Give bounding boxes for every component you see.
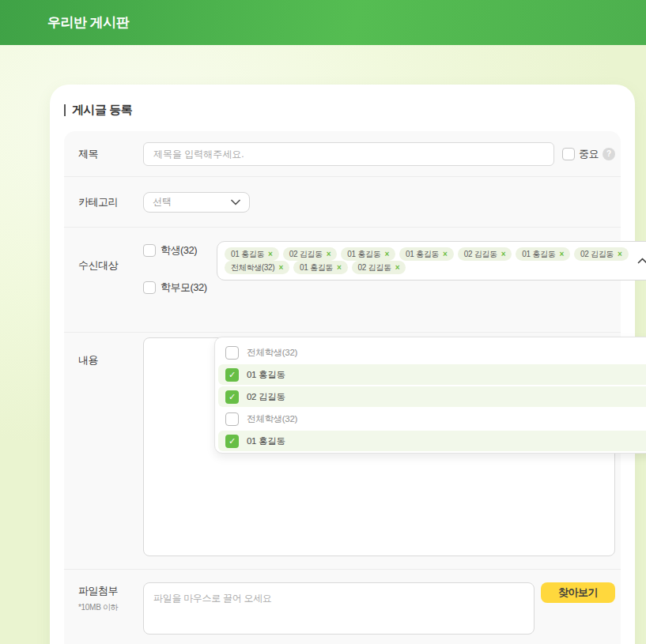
dropdown-option[interactable]: ✓ 01 홍길동 xyxy=(218,431,646,451)
recipient-chip[interactable]: 02 김길동× xyxy=(458,247,512,261)
chip-label: 01 홍길동 xyxy=(347,249,380,260)
chip-label: 전체학생(32) xyxy=(231,262,274,273)
chip-label: 02 김길동 xyxy=(464,249,497,260)
file-row: 파일첨부 *10MB 이하 파일을 마우스로 끌어 오세요 찾아보기 xyxy=(64,570,621,644)
recipient-chip[interactable]: 02 김길동× xyxy=(352,261,406,274)
students-checkbox[interactable] xyxy=(143,244,156,257)
group-parents[interactable]: 학부모(32) xyxy=(143,281,217,295)
group-students[interactable]: 학생(32) xyxy=(143,243,217,258)
chip-remove-icon[interactable]: × xyxy=(443,250,448,258)
recipient-chip[interactable]: 전체학생(32)× xyxy=(225,261,289,274)
chip-label: 01 홍길동 xyxy=(300,262,333,273)
chevron-up-icon[interactable] xyxy=(637,258,646,265)
dropzone-placeholder: 파일을 마우스로 끌어 오세요 xyxy=(153,593,272,604)
content-label: 내용 xyxy=(78,333,143,569)
option-label: 전체학생(32) xyxy=(247,347,297,359)
recipients-label: 수신대상 xyxy=(78,228,143,332)
recipients-dropdown: 전체학생(32) ✓ 01 홍길동 ✓ 02 김길동 전체학생(32) xyxy=(214,337,646,454)
recipient-chip[interactable]: 02 김길동× xyxy=(283,247,338,261)
parents-checkbox[interactable] xyxy=(143,281,156,294)
chip-remove-icon[interactable]: × xyxy=(327,250,331,258)
chip-remove-icon[interactable]: × xyxy=(278,263,283,272)
option-checkbox-checked[interactable]: ✓ xyxy=(225,435,239,448)
recipient-chip[interactable]: 02 김길동× xyxy=(574,247,629,261)
post-form-card: 게시글 등록 제목 중요 ? 카테고리 선택 xyxy=(50,85,635,644)
recipients-multiselect[interactable]: 01 홍길동× 02 김길동× 01 홍길동× 01 홍길동× 02 김길동× … xyxy=(217,241,646,281)
dropdown-option[interactable]: ✓ 02 김길동 xyxy=(218,386,646,407)
chip-remove-icon[interactable]: × xyxy=(268,250,273,258)
category-row: 카테고리 선택 xyxy=(64,177,621,228)
form-panel: 제목 중요 ? 카테고리 선택 수신대상 xyxy=(64,131,621,644)
recipient-groups: 학생(32) 학부모(32) xyxy=(143,228,217,332)
category-selected-value: 선택 xyxy=(153,195,172,209)
recipient-chip[interactable]: 01 홍길동× xyxy=(516,247,570,261)
chip-label: 02 김길동 xyxy=(358,262,391,273)
dropdown-option[interactable]: 전체학생(32) xyxy=(218,342,646,363)
chip-remove-icon[interactable]: × xyxy=(618,250,622,258)
option-label: 01 홍길동 xyxy=(247,369,285,381)
chip-label: 02 김길동 xyxy=(289,249,323,260)
option-checkbox-unchecked[interactable] xyxy=(225,346,239,360)
page-title: 우리반 게시판 xyxy=(47,13,129,32)
recipient-chip[interactable]: 01 홍길동× xyxy=(225,247,279,261)
category-label: 카테고리 xyxy=(78,195,143,209)
chip-label: 01 홍길동 xyxy=(231,249,264,260)
section-title-text: 게시글 등록 xyxy=(72,103,132,118)
option-label: 02 김길동 xyxy=(247,391,285,403)
title-accent-bar xyxy=(64,104,66,116)
important-checkbox[interactable] xyxy=(562,148,575,160)
option-label: 01 홍길동 xyxy=(247,435,285,447)
chip-row-2: 전체학생(32)× 01 홍길동× 02 김길동× xyxy=(225,261,629,274)
chip-remove-icon[interactable]: × xyxy=(384,250,389,258)
chip-remove-icon[interactable]: × xyxy=(559,250,564,258)
browse-button[interactable]: 찾아보기 xyxy=(541,582,615,603)
title-row: 제목 중요 ? xyxy=(64,131,621,177)
students-label: 학생(32) xyxy=(161,243,197,258)
chevron-down-icon xyxy=(231,199,240,205)
recipient-chip[interactable]: 01 홍길동× xyxy=(399,247,454,261)
recipient-chip[interactable]: 01 홍길동× xyxy=(293,261,348,274)
chip-label: 02 김길동 xyxy=(580,249,614,260)
help-icon[interactable]: ? xyxy=(603,148,615,160)
option-label: 전체학생(32) xyxy=(247,413,297,425)
title-input[interactable] xyxy=(143,142,554,166)
chip-row-1: 01 홍길동× 02 김길동× 01 홍길동× 01 홍길동× 02 김길동× … xyxy=(225,247,629,261)
page-header: 우리반 게시판 xyxy=(0,0,646,45)
chip-remove-icon[interactable]: × xyxy=(337,263,342,272)
file-label: 파일첨부 xyxy=(78,584,143,598)
chip-label: 01 홍길동 xyxy=(406,249,439,260)
option-checkbox-checked[interactable]: ✓ xyxy=(225,368,239,382)
chip-remove-icon[interactable]: × xyxy=(395,263,400,272)
category-select[interactable]: 선택 xyxy=(143,192,250,213)
parents-label: 학부모(32) xyxy=(161,281,207,295)
file-size-note: *10MB 이하 xyxy=(78,602,143,613)
option-checkbox-checked[interactable]: ✓ xyxy=(225,390,239,404)
option-checkbox-unchecked[interactable] xyxy=(225,412,239,426)
recipient-chip[interactable]: 01 홍길동× xyxy=(341,247,395,261)
chip-label: 01 홍길동 xyxy=(522,249,555,260)
title-label: 제목 xyxy=(78,147,143,161)
dropdown-option[interactable]: ✓ 01 홍길동 xyxy=(218,364,646,385)
recipients-row: 수신대상 학생(32) 학부모(32) 01 홍길동× xyxy=(64,228,621,333)
file-dropzone[interactable]: 파일을 마우스로 끌어 오세요 xyxy=(143,582,535,635)
important-label: 중요 xyxy=(579,147,599,161)
section-title: 게시글 등록 xyxy=(50,85,635,131)
important-wrap: 중요 ? xyxy=(562,147,615,161)
dropdown-option[interactable]: 전체학생(32) xyxy=(218,409,646,429)
chip-remove-icon[interactable]: × xyxy=(501,250,506,258)
